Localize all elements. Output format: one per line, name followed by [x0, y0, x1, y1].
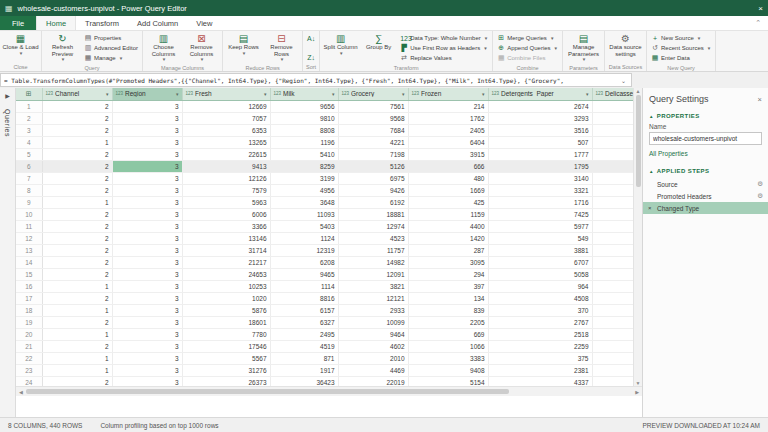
grid-cell[interactable]: 7561 — [338, 100, 408, 112]
properties-button[interactable]: ▤Properties — [82, 33, 140, 43]
grid-cell[interactable]: 13265 — [182, 136, 270, 148]
close-window-button[interactable]: × — [758, 4, 763, 13]
expand-queries-pane-icon[interactable]: ▶ — [5, 88, 10, 101]
grid-cell[interactable]: 3293 — [488, 112, 592, 124]
data-type-whole-number-button[interactable]: 123Data Type: Whole Number▼ — [398, 33, 490, 43]
grid-cell[interactable]: 6353 — [182, 124, 270, 136]
grid-cell[interactable]: 1114 — [270, 280, 338, 292]
grid-cell[interactable]: 9413 — [182, 160, 270, 172]
grid-cell[interactable]: 2 — [42, 376, 112, 386]
manage-parameters-button[interactable]: ▤Manage Parameters▼ — [565, 32, 602, 64]
grid-cell[interactable]: 2259 — [488, 340, 592, 352]
grid-cell[interactable]: 7198 — [338, 148, 408, 160]
grid-cell[interactable]: 2381 — [488, 364, 592, 376]
grid-cell[interactable]: 3 — [112, 148, 182, 160]
grid-cell[interactable]: 2767 — [488, 316, 592, 328]
grid-cell[interactable]: 2 — [42, 172, 112, 184]
grid-cell[interactable]: 12091 — [338, 268, 408, 280]
grid-cell[interactable]: 3 — [112, 304, 182, 316]
grid-cell[interactable]: 5963 — [182, 196, 270, 208]
grid-cell[interactable]: 22019 — [338, 376, 408, 386]
grid-cell[interactable]: 12669 — [182, 100, 270, 112]
grid-cell[interactable]: 17546 — [182, 340, 270, 352]
grid-cell[interactable]: 839 — [408, 304, 488, 316]
grid-cell[interactable]: 2405 — [408, 124, 488, 136]
grid-cell[interactable]: 2 — [42, 112, 112, 124]
grid-cell[interactable]: 2518 — [488, 328, 592, 340]
grid-cell[interactable]: 2 — [42, 184, 112, 196]
grid-cell[interactable]: 4221 — [338, 136, 408, 148]
grid-cell[interactable]: 3 — [112, 352, 182, 364]
column-header-milk[interactable]: 123Milk▾ — [270, 88, 338, 100]
grid-cell[interactable]: 7425 — [488, 208, 592, 220]
grid-cell[interactable]: 294 — [408, 268, 488, 280]
grid-cell[interactable]: 2 — [42, 100, 112, 112]
all-properties-link[interactable]: All Properties — [649, 150, 762, 157]
grid-cell[interactable]: 1 — [42, 136, 112, 148]
filter-dropdown-icon[interactable]: ▾ — [106, 91, 109, 97]
grid-cell[interactable]: 2 — [42, 208, 112, 220]
grid-cell[interactable]: 6208 — [270, 256, 338, 268]
grid-cell[interactable]: 1420 — [408, 232, 488, 244]
choose-columns-button[interactable]: ▥Choose Columns▼ — [145, 32, 182, 64]
grid-cell[interactable]: 8808 — [270, 124, 338, 136]
tab-home[interactable]: Home — [36, 16, 76, 30]
grid-cell[interactable]: 5567 — [182, 352, 270, 364]
grid-cell[interactable]: 397 — [408, 280, 488, 292]
grid-cell[interactable]: 3 — [112, 268, 182, 280]
grid-cell[interactable]: 10253 — [182, 280, 270, 292]
step-settings-gear-icon[interactable]: ⚙ — [757, 192, 763, 200]
grid-cell[interactable]: 1 — [42, 280, 112, 292]
merge-queries-button[interactable]: ⊞Merge Queries▼ — [495, 33, 560, 43]
grid-cell[interactable]: 4400 — [408, 220, 488, 232]
refresh-preview-button[interactable]: ↻Refresh Preview▼ — [44, 32, 81, 64]
grid-cell[interactable]: 3915 — [408, 148, 488, 160]
grid-cell[interactable]: 12974 — [338, 220, 408, 232]
grid-cell[interactable]: 3140 — [488, 172, 592, 184]
horizontal-scroll-thumb[interactable] — [26, 389, 510, 394]
grid-cell[interactable]: 2 — [42, 160, 112, 172]
grid-cell[interactable]: 3 — [112, 112, 182, 124]
grid-cell[interactable]: 2010 — [338, 352, 408, 364]
grid-cell[interactable]: 3366 — [182, 220, 270, 232]
grid-cell[interactable]: 6192 — [338, 196, 408, 208]
grid-cell[interactable]: 3 — [112, 160, 182, 172]
grid-cell[interactable]: 1066 — [408, 340, 488, 352]
grid-cell[interactable]: 6404 — [408, 136, 488, 148]
scroll-right-icon[interactable]: ▶ — [635, 389, 639, 395]
grid-cell[interactable]: 3 — [112, 136, 182, 148]
grid-cell[interactable]: 7780 — [182, 328, 270, 340]
column-header-grocery[interactable]: 123Grocery▾ — [338, 88, 408, 100]
grid-cell[interactable]: 5403 — [270, 220, 338, 232]
close-panel-icon[interactable]: × — [758, 95, 762, 104]
grid-cell[interactable]: 7684 — [338, 124, 408, 136]
grid-cell[interactable]: 214 — [408, 100, 488, 112]
collapse-ribbon-icon[interactable]: ⌃ — [748, 16, 768, 30]
grid-cell[interactable]: 3 — [112, 256, 182, 268]
grid-cell[interactable]: 3 — [112, 124, 182, 136]
keep-rows-button[interactable]: ▤Keep Rows▼ — [225, 32, 262, 64]
grid-cell[interactable]: 669 — [408, 328, 488, 340]
grid-cell[interactable]: 3 — [112, 292, 182, 304]
grid-cell[interactable]: 31714 — [182, 244, 270, 256]
grid-cell[interactable]: 375 — [488, 352, 592, 364]
grid-cell[interactable]: 3 — [112, 232, 182, 244]
formula-bar[interactable]: = Table.TransformColumnTypes(#"Promoted … — [0, 73, 632, 87]
scroll-up-icon[interactable]: ▲ — [636, 88, 641, 94]
grid-cell[interactable]: 7057 — [182, 112, 270, 124]
filter-dropdown-icon[interactable]: ▾ — [264, 91, 267, 97]
grid-cell[interactable]: 3 — [112, 220, 182, 232]
grid-cell[interactable]: 2674 — [488, 100, 592, 112]
grid-cell[interactable]: 3 — [112, 196, 182, 208]
grid-cell[interactable]: 12121 — [338, 292, 408, 304]
grid-cell[interactable]: 666 — [408, 160, 488, 172]
grid-cell[interactable]: 2 — [42, 268, 112, 280]
vertical-scrollbar[interactable]: ▲ ▼ — [633, 88, 642, 386]
grid-cell[interactable]: 10099 — [338, 316, 408, 328]
column-header-fresh[interactable]: 123Fresh▾ — [182, 88, 270, 100]
grid-cell[interactable]: 31276 — [182, 364, 270, 376]
grid-cell[interactable]: 1 — [42, 364, 112, 376]
grid-cell[interactable]: 5410 — [270, 148, 338, 160]
advanced-editor-button[interactable]: ▥Advanced Editor — [82, 43, 140, 53]
grid-cell[interactable]: 5126 — [338, 160, 408, 172]
